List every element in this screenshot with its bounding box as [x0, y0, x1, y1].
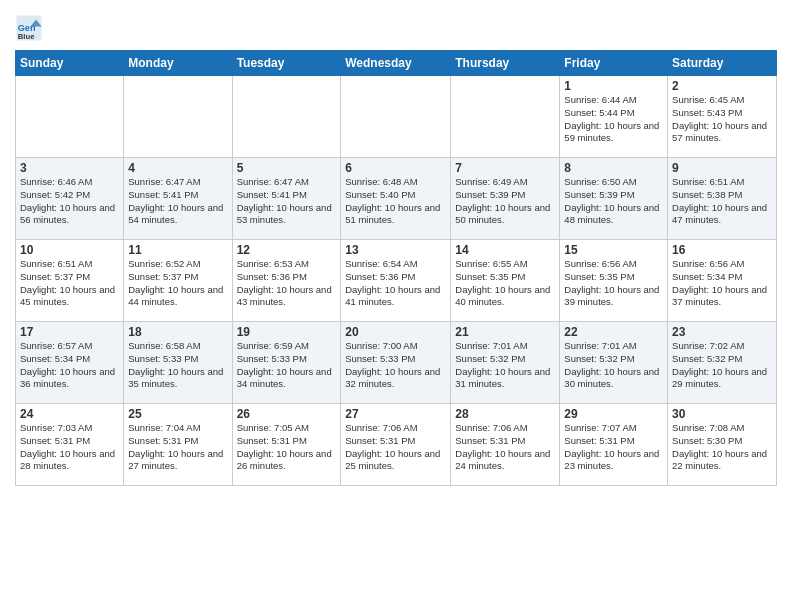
day-info: Sunrise: 7:08 AMSunset: 5:30 PMDaylight:… [672, 422, 772, 473]
day-number: 6 [345, 161, 446, 175]
calendar-cell: 24Sunrise: 7:03 AMSunset: 5:31 PMDayligh… [16, 404, 124, 486]
day-info: Sunrise: 6:46 AMSunset: 5:42 PMDaylight:… [20, 176, 119, 227]
day-number: 15 [564, 243, 663, 257]
day-info: Sunrise: 6:52 AMSunset: 5:37 PMDaylight:… [128, 258, 227, 309]
calendar-cell: 15Sunrise: 6:56 AMSunset: 5:35 PMDayligh… [560, 240, 668, 322]
day-number: 11 [128, 243, 227, 257]
weekday-header-thursday: Thursday [451, 51, 560, 76]
day-number: 10 [20, 243, 119, 257]
weekday-header-sunday: Sunday [16, 51, 124, 76]
calendar-header: SundayMondayTuesdayWednesdayThursdayFrid… [16, 51, 777, 76]
day-info: Sunrise: 7:03 AMSunset: 5:31 PMDaylight:… [20, 422, 119, 473]
calendar-cell: 26Sunrise: 7:05 AMSunset: 5:31 PMDayligh… [232, 404, 341, 486]
calendar-cell: 4Sunrise: 6:47 AMSunset: 5:41 PMDaylight… [124, 158, 232, 240]
calendar-cell [16, 76, 124, 158]
day-number: 20 [345, 325, 446, 339]
calendar-cell: 3Sunrise: 6:46 AMSunset: 5:42 PMDaylight… [16, 158, 124, 240]
calendar-cell: 17Sunrise: 6:57 AMSunset: 5:34 PMDayligh… [16, 322, 124, 404]
day-number: 13 [345, 243, 446, 257]
day-number: 8 [564, 161, 663, 175]
day-info: Sunrise: 6:56 AMSunset: 5:34 PMDaylight:… [672, 258, 772, 309]
calendar-cell: 30Sunrise: 7:08 AMSunset: 5:30 PMDayligh… [668, 404, 777, 486]
day-info: Sunrise: 6:57 AMSunset: 5:34 PMDaylight:… [20, 340, 119, 391]
day-info: Sunrise: 6:47 AMSunset: 5:41 PMDaylight:… [128, 176, 227, 227]
day-number: 9 [672, 161, 772, 175]
day-number: 7 [455, 161, 555, 175]
day-info: Sunrise: 6:44 AMSunset: 5:44 PMDaylight:… [564, 94, 663, 145]
day-number: 24 [20, 407, 119, 421]
weekday-header-saturday: Saturday [668, 51, 777, 76]
logo-icon: Gen Blue [15, 14, 43, 42]
day-info: Sunrise: 6:55 AMSunset: 5:35 PMDaylight:… [455, 258, 555, 309]
day-number: 28 [455, 407, 555, 421]
calendar-cell: 23Sunrise: 7:02 AMSunset: 5:32 PMDayligh… [668, 322, 777, 404]
day-info: Sunrise: 6:59 AMSunset: 5:33 PMDaylight:… [237, 340, 337, 391]
day-info: Sunrise: 6:58 AMSunset: 5:33 PMDaylight:… [128, 340, 227, 391]
day-info: Sunrise: 6:48 AMSunset: 5:40 PMDaylight:… [345, 176, 446, 227]
day-number: 12 [237, 243, 337, 257]
calendar-cell: 10Sunrise: 6:51 AMSunset: 5:37 PMDayligh… [16, 240, 124, 322]
calendar-cell [451, 76, 560, 158]
day-info: Sunrise: 7:02 AMSunset: 5:32 PMDaylight:… [672, 340, 772, 391]
calendar-cell: 25Sunrise: 7:04 AMSunset: 5:31 PMDayligh… [124, 404, 232, 486]
calendar-cell: 8Sunrise: 6:50 AMSunset: 5:39 PMDaylight… [560, 158, 668, 240]
day-number: 17 [20, 325, 119, 339]
calendar-cell [341, 76, 451, 158]
day-number: 4 [128, 161, 227, 175]
page-container: Gen Blue SundayMondayTuesdayWednesdayThu… [0, 0, 792, 491]
day-info: Sunrise: 7:04 AMSunset: 5:31 PMDaylight:… [128, 422, 227, 473]
weekday-header-row: SundayMondayTuesdayWednesdayThursdayFrid… [16, 51, 777, 76]
day-number: 14 [455, 243, 555, 257]
calendar-cell: 13Sunrise: 6:54 AMSunset: 5:36 PMDayligh… [341, 240, 451, 322]
day-info: Sunrise: 7:00 AMSunset: 5:33 PMDaylight:… [345, 340, 446, 391]
calendar-cell: 5Sunrise: 6:47 AMSunset: 5:41 PMDaylight… [232, 158, 341, 240]
calendar-week-2: 3Sunrise: 6:46 AMSunset: 5:42 PMDaylight… [16, 158, 777, 240]
calendar-cell: 6Sunrise: 6:48 AMSunset: 5:40 PMDaylight… [341, 158, 451, 240]
weekday-header-friday: Friday [560, 51, 668, 76]
weekday-header-tuesday: Tuesday [232, 51, 341, 76]
calendar-cell: 14Sunrise: 6:55 AMSunset: 5:35 PMDayligh… [451, 240, 560, 322]
calendar-cell: 29Sunrise: 7:07 AMSunset: 5:31 PMDayligh… [560, 404, 668, 486]
calendar-body: 1Sunrise: 6:44 AMSunset: 5:44 PMDaylight… [16, 76, 777, 486]
day-info: Sunrise: 7:06 AMSunset: 5:31 PMDaylight:… [345, 422, 446, 473]
calendar-table: SundayMondayTuesdayWednesdayThursdayFrid… [15, 50, 777, 486]
calendar-cell: 7Sunrise: 6:49 AMSunset: 5:39 PMDaylight… [451, 158, 560, 240]
calendar-week-4: 17Sunrise: 6:57 AMSunset: 5:34 PMDayligh… [16, 322, 777, 404]
calendar-cell: 19Sunrise: 6:59 AMSunset: 5:33 PMDayligh… [232, 322, 341, 404]
day-number: 19 [237, 325, 337, 339]
calendar-cell: 28Sunrise: 7:06 AMSunset: 5:31 PMDayligh… [451, 404, 560, 486]
day-info: Sunrise: 6:51 AMSunset: 5:38 PMDaylight:… [672, 176, 772, 227]
calendar-cell [124, 76, 232, 158]
day-number: 29 [564, 407, 663, 421]
weekday-header-monday: Monday [124, 51, 232, 76]
day-info: Sunrise: 6:49 AMSunset: 5:39 PMDaylight:… [455, 176, 555, 227]
calendar-cell: 2Sunrise: 6:45 AMSunset: 5:43 PMDaylight… [668, 76, 777, 158]
day-info: Sunrise: 7:07 AMSunset: 5:31 PMDaylight:… [564, 422, 663, 473]
calendar-cell: 16Sunrise: 6:56 AMSunset: 5:34 PMDayligh… [668, 240, 777, 322]
day-number: 27 [345, 407, 446, 421]
day-info: Sunrise: 6:50 AMSunset: 5:39 PMDaylight:… [564, 176, 663, 227]
day-info: Sunrise: 7:05 AMSunset: 5:31 PMDaylight:… [237, 422, 337, 473]
day-info: Sunrise: 6:47 AMSunset: 5:41 PMDaylight:… [237, 176, 337, 227]
day-info: Sunrise: 7:01 AMSunset: 5:32 PMDaylight:… [564, 340, 663, 391]
calendar-cell: 20Sunrise: 7:00 AMSunset: 5:33 PMDayligh… [341, 322, 451, 404]
day-number: 21 [455, 325, 555, 339]
day-info: Sunrise: 6:56 AMSunset: 5:35 PMDaylight:… [564, 258, 663, 309]
day-number: 1 [564, 79, 663, 93]
day-number: 23 [672, 325, 772, 339]
calendar-week-1: 1Sunrise: 6:44 AMSunset: 5:44 PMDaylight… [16, 76, 777, 158]
day-info: Sunrise: 7:01 AMSunset: 5:32 PMDaylight:… [455, 340, 555, 391]
calendar-week-5: 24Sunrise: 7:03 AMSunset: 5:31 PMDayligh… [16, 404, 777, 486]
day-number: 26 [237, 407, 337, 421]
day-number: 18 [128, 325, 227, 339]
day-number: 16 [672, 243, 772, 257]
page-header: Gen Blue [15, 10, 777, 42]
day-number: 3 [20, 161, 119, 175]
calendar-cell: 27Sunrise: 7:06 AMSunset: 5:31 PMDayligh… [341, 404, 451, 486]
day-info: Sunrise: 6:45 AMSunset: 5:43 PMDaylight:… [672, 94, 772, 145]
svg-text:Blue: Blue [18, 32, 35, 41]
day-number: 2 [672, 79, 772, 93]
day-number: 30 [672, 407, 772, 421]
logo: Gen Blue [15, 14, 45, 42]
calendar-cell [232, 76, 341, 158]
